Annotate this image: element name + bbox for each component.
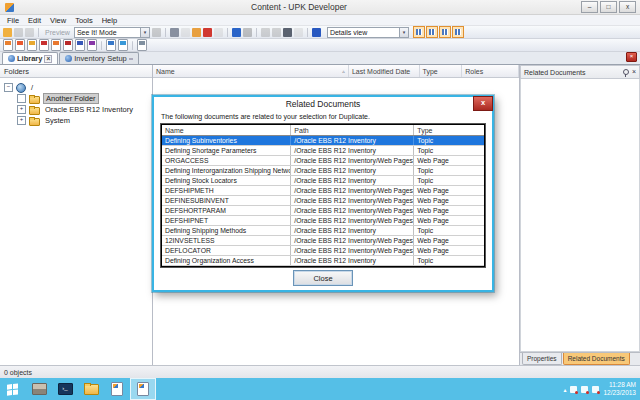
tab-close-icon[interactable]: ×	[44, 55, 52, 63]
related-doc-row[interactable]: DEFLOCATOR /Oracle EBS R12 Inventory/Web…	[162, 246, 484, 256]
related-doc-row[interactable]: Defining Shipping Methods /Oracle EBS R1…	[162, 226, 484, 236]
new-document-icon-7[interactable]	[75, 39, 85, 51]
related-doc-row[interactable]: ORGACCESS /Oracle EBS R12 Inventory/Web …	[162, 156, 484, 166]
copy-icon[interactable]	[181, 28, 190, 37]
toolbar-icon[interactable]	[227, 28, 228, 37]
tray-network-icon[interactable]	[581, 386, 588, 393]
tab-close-icon[interactable]	[129, 58, 133, 60]
table-column-header[interactable]: Name	[162, 125, 291, 135]
new-document-icon-9[interactable]	[106, 39, 116, 51]
delete-icon[interactable]: ×	[203, 28, 212, 37]
menu-item-edit[interactable]: Edit	[28, 16, 41, 25]
tray-notification-icon[interactable]	[570, 386, 577, 393]
menu-item-help[interactable]: Help	[102, 16, 117, 25]
menu-item-tools[interactable]: Tools	[75, 16, 93, 25]
upk-content-window-icon[interactable]	[104, 378, 130, 400]
toolbar-icon[interactable]	[307, 28, 308, 37]
new-document-icon-8[interactable]	[87, 39, 97, 51]
new-document-icon-2[interactable]	[15, 39, 25, 51]
pane-close-icon[interactable]: ×	[626, 52, 637, 62]
help-icon[interactable]: ?	[312, 28, 321, 37]
expand-icon[interactable]: +	[17, 116, 26, 125]
related-doc-row[interactable]: Defining Subinventories /Oracle EBS R12 …	[162, 136, 484, 146]
chevron-down-icon[interactable]: ▾	[140, 28, 149, 37]
details-view-icon[interactable]	[413, 26, 425, 38]
dialog-title-bar[interactable]: Related Documents x	[154, 97, 492, 111]
dialog-close-button[interactable]: x	[473, 96, 493, 111]
properties-icon[interactable]	[214, 28, 223, 37]
related-documents-panel-body[interactable]	[520, 79, 640, 352]
related-doc-row[interactable]: Defining Organization Access /Oracle EBS…	[162, 256, 484, 266]
menu-item-file[interactable]: File	[7, 16, 19, 25]
tree-item-oracle-ebs-r12-inventory[interactable]: + Oracle EBS R12 Inventory	[4, 104, 152, 115]
table-column-header[interactable]: Path	[291, 125, 414, 135]
chevron-down-icon[interactable]: ▾	[399, 28, 408, 37]
tray-audio-icon[interactable]	[592, 386, 599, 393]
taskbar-clock[interactable]: 11:28 AM 12/23/2013	[603, 381, 636, 398]
filter-icon[interactable]	[294, 28, 303, 37]
expand-all-icon[interactable]: +	[261, 28, 270, 37]
collapse-all-icon[interactable]: −	[272, 28, 281, 37]
tab-properties[interactable]: Properties	[522, 353, 562, 365]
new-document-icon-6[interactable]	[63, 39, 73, 51]
powershell-icon[interactable]: ›_	[52, 378, 78, 400]
tree-item-another-folder[interactable]: Another Folder	[4, 93, 152, 104]
related-doc-row[interactable]: DEFSHIPNET /Oracle EBS R12 Inventory/Web…	[162, 216, 484, 226]
server-manager-icon[interactable]	[26, 378, 52, 400]
paste-icon[interactable]	[192, 28, 201, 37]
column-header-last-modified-date[interactable]: Last Modified Date	[349, 65, 420, 77]
new-document-icon-1[interactable]	[3, 39, 13, 51]
new-document-icon-5[interactable]	[51, 39, 61, 51]
cut-icon[interactable]	[170, 28, 179, 37]
open-folder-icon[interactable]	[3, 28, 12, 37]
new-document-icon-4[interactable]	[39, 39, 49, 51]
split-view-icon[interactable]	[439, 26, 451, 38]
column-header-roles[interactable]: Roles	[462, 65, 519, 77]
tree-item-root[interactable]: − /	[4, 82, 152, 93]
upk-developer-window-icon[interactable]	[130, 378, 156, 400]
related-doc-row[interactable]: DEFSHIPMETH /Oracle EBS R12 Inventory/We…	[162, 186, 484, 196]
document-icon[interactable]	[132, 41, 133, 50]
table-column-header[interactable]: Type	[414, 125, 484, 135]
collapse-icon[interactable]: −	[4, 83, 13, 92]
related-doc-row[interactable]: Defining Stock Locators /Oracle EBS R12 …	[162, 176, 484, 186]
tab-library[interactable]: Library ×	[2, 52, 58, 64]
playback-mode-select[interactable]: See It! Mode ▾	[74, 27, 150, 38]
related-doc-row[interactable]: 12INVSETLESS /Oracle EBS R12 Inventory/W…	[162, 236, 484, 246]
find-icon[interactable]	[283, 28, 292, 37]
minimize-button[interactable]: ‒	[581, 1, 598, 13]
tab-related-documents[interactable]: Related Documents	[563, 353, 630, 365]
file-explorer-icon[interactable]	[78, 378, 104, 400]
redo-icon[interactable]: ↷	[243, 28, 252, 37]
tree-item-system[interactable]: + System	[4, 115, 152, 126]
expand-icon[interactable]	[17, 94, 26, 103]
related-doc-row[interactable]: DEFSHORTPARAM /Oracle EBS R12 Inventory/…	[162, 206, 484, 216]
panel-close-icon[interactable]: ×	[632, 69, 636, 75]
pin-icon[interactable]	[623, 69, 629, 75]
view-mode-select[interactable]: Details view ▾	[327, 27, 409, 38]
related-doc-row[interactable]: Defining Shortage Parameters /Oracle EBS…	[162, 146, 484, 156]
tile-view-icon[interactable]	[426, 26, 438, 38]
new-document-icon-10[interactable]	[118, 39, 128, 51]
related-doc-row[interactable]: DEFINESUBINVENT /Oracle EBS R12 Inventor…	[162, 196, 484, 206]
preview-pane-icon[interactable]	[452, 26, 464, 38]
column-header-name[interactable]: Name ▵	[153, 65, 349, 77]
maximize-button[interactable]: □	[600, 1, 617, 13]
start-button[interactable]	[0, 378, 26, 400]
close-button[interactable]: x	[619, 1, 636, 13]
column-header-type[interactable]: Type	[420, 65, 463, 77]
tab-inventory-setup[interactable]: Inventory Setup	[59, 52, 139, 64]
undo-icon[interactable]: ↶	[232, 28, 241, 37]
tray-expand-icon[interactable]: ▴	[563, 386, 566, 393]
document-icon[interactable]	[101, 41, 102, 50]
search-library-icon[interactable]	[137, 39, 147, 51]
expand-icon[interactable]: +	[17, 105, 26, 114]
toolbar-icon[interactable]	[256, 28, 257, 37]
related-doc-row[interactable]: Defining Interorganization Shipping Netw…	[162, 166, 484, 176]
menu-item-view[interactable]: View	[50, 16, 66, 25]
close-dialog-button[interactable]: Close	[293, 270, 353, 286]
save-icon[interactable]	[14, 28, 23, 37]
play-preview-icon[interactable]: ▸	[152, 28, 161, 37]
print-icon[interactable]	[25, 28, 34, 37]
toolbar-icon[interactable]	[165, 28, 166, 37]
